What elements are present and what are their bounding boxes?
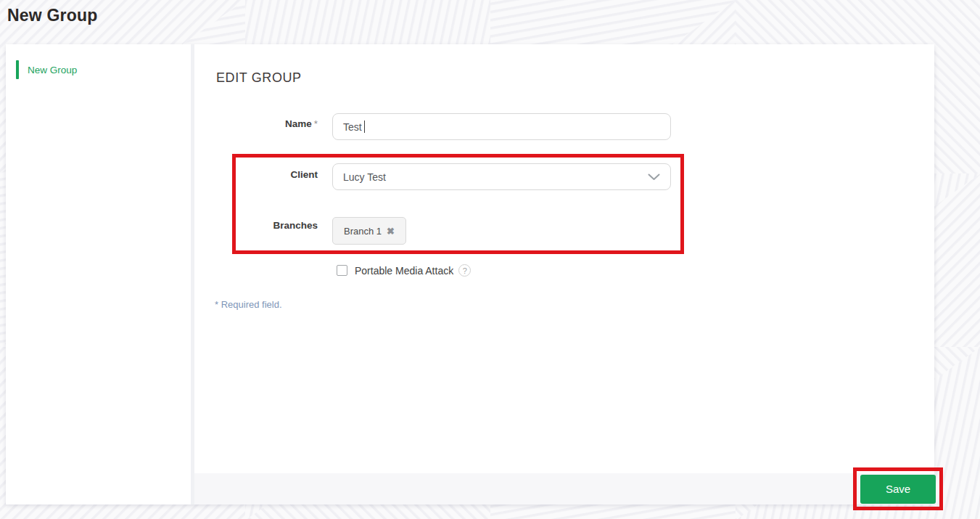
required-asterisk: * bbox=[314, 118, 318, 129]
save-button[interactable]: Save bbox=[860, 475, 936, 504]
required-field-note: * Required field. bbox=[215, 299, 282, 310]
page-title: New Group bbox=[7, 6, 97, 25]
text-cursor bbox=[364, 120, 365, 133]
sidebar-item-label: New Group bbox=[28, 65, 77, 75]
branch-tag: Branch 1 ✖ bbox=[332, 217, 406, 245]
help-icon[interactable]: ? bbox=[458, 264, 471, 277]
client-select-value: Lucy Test bbox=[343, 171, 386, 183]
remove-tag-icon[interactable]: ✖ bbox=[387, 226, 395, 237]
portable-media-checkbox[interactable] bbox=[337, 265, 347, 276]
name-input-value: Test bbox=[343, 121, 362, 133]
portable-media-label: Portable Media Attack bbox=[355, 265, 453, 277]
branch-tag-label: Branch 1 bbox=[344, 226, 382, 237]
client-label: Client bbox=[194, 169, 318, 180]
name-input[interactable]: Test bbox=[332, 113, 671, 140]
portable-media-row: Portable Media Attack ? bbox=[337, 264, 471, 277]
chevron-down-icon bbox=[648, 173, 660, 181]
footer-bar bbox=[194, 473, 934, 504]
name-label: Name* bbox=[194, 118, 318, 129]
client-select[interactable]: Lucy Test bbox=[332, 163, 671, 190]
section-heading: EDIT GROUP bbox=[216, 70, 302, 86]
active-indicator-bar bbox=[16, 60, 19, 79]
branches-label: Branches bbox=[194, 220, 318, 231]
main-panel: EDIT GROUP Name* Test Client Lucy Test B… bbox=[194, 44, 934, 504]
content-card: New Group EDIT GROUP Name* Test Client L… bbox=[6, 44, 934, 504]
sidebar: New Group bbox=[6, 44, 191, 504]
sidebar-item-new-group[interactable]: New Group bbox=[16, 60, 77, 79]
